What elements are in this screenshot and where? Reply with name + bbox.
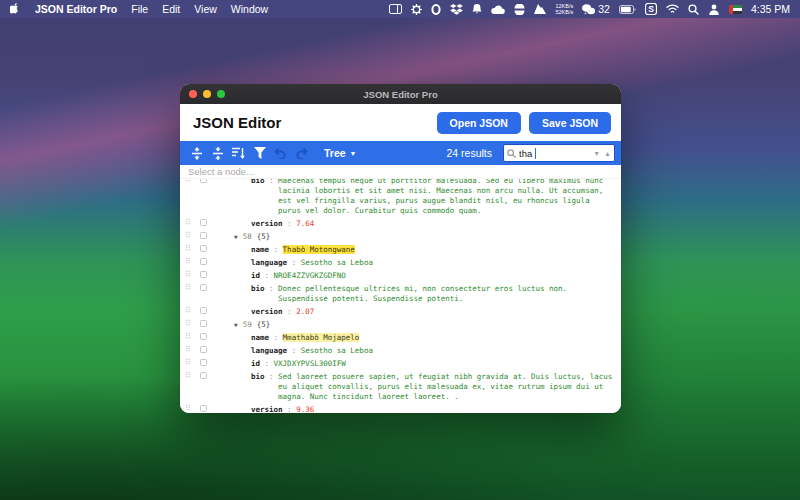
property-key[interactable]: language [251,258,287,268]
property-key[interactable]: version [251,219,283,229]
property-key[interactable]: bio [251,372,265,402]
sort-icon[interactable] [230,145,247,162]
input-language-flag-icon[interactable] [729,5,742,14]
apple-menu-icon[interactable] [10,2,21,16]
tree-property-row[interactable]: ⠿version : 7.64 [180,217,621,230]
row-checkbox[interactable] [200,258,207,265]
property-value[interactable]: Sed laoreet posuere sapien, ut feugiat n… [278,372,613,402]
dropbox-icon[interactable] [450,2,463,16]
row-checkbox[interactable] [200,372,207,379]
property-value[interactable]: Mmathabò Mojapelo [283,333,613,343]
drag-handle-icon[interactable]: ⠿ [185,405,191,413]
drag-handle-icon[interactable]: ⠿ [185,284,191,292]
expand-all-icon[interactable] [188,145,205,162]
property-value[interactable]: Maecenas tempus neque ut porttitor males… [278,179,613,216]
menu-view[interactable]: View [194,3,217,15]
property-value[interactable]: Donec pellentesque ultrices mi, non cons… [278,284,613,304]
window-titlebar[interactable]: JSON Editor Pro [180,84,621,104]
bell-icon[interactable] [472,2,482,16]
drag-handle-icon[interactable]: ⠿ [185,372,191,380]
filter-icon[interactable] [251,145,268,162]
row-checkbox[interactable] [200,284,207,291]
circle-app-icon[interactable] [431,2,441,16]
property-value[interactable]: Sesotho sa Leboa [301,346,613,356]
user-switch-icon[interactable] [708,2,720,16]
drag-handle-icon[interactable]: ⠿ [185,271,191,279]
mountain-icon[interactable] [534,2,546,16]
drag-handle-icon[interactable]: ⠿ [185,320,191,328]
property-key[interactable]: version [251,307,283,317]
drag-handle-icon[interactable]: ⠿ [185,359,191,367]
row-checkbox[interactable] [200,179,207,183]
spotlight-search-icon[interactable] [688,2,699,16]
wifi-icon[interactable] [666,2,679,16]
row-checkbox[interactable] [200,307,207,314]
property-value[interactable]: Thabò Motongwane [283,245,613,255]
property-value[interactable]: 2.07 [296,307,613,317]
property-value[interactable]: Sesotho sa Leboa [301,258,613,268]
search-next-icon[interactable]: ▼ [593,150,600,157]
property-key[interactable]: language [251,346,287,356]
save-json-button[interactable]: Save JSON [529,112,611,134]
row-checkbox[interactable] [200,245,207,252]
tree-property-row[interactable]: ⠿version : 2.07 [180,305,621,318]
row-checkbox[interactable] [200,405,207,412]
drag-handle-icon[interactable]: ⠿ [185,232,191,240]
row-checkbox[interactable] [200,320,207,327]
tree-property-row[interactable]: ⠿language : Sesotho sa Leboa [180,344,621,357]
property-key[interactable]: id [251,359,260,369]
property-key[interactable]: id [251,271,260,281]
redo-icon[interactable] [293,145,310,162]
property-value[interactable]: 7.64 [296,219,613,229]
menu-window[interactable]: Window [231,3,268,15]
drag-handle-icon[interactable]: ⠿ [185,245,191,253]
wechat-menubar-item[interactable]: 32 [582,2,610,16]
split-circle-icon[interactable] [514,2,525,16]
search-prev-icon[interactable]: ▲ [604,150,611,157]
expand-triangle-icon[interactable]: ▼ [234,320,238,330]
drag-handle-icon[interactable]: ⠿ [185,307,191,315]
property-value[interactable]: NROE4ZZVGKZGDFNO [274,271,613,281]
tree-property-row[interactable]: ⠿version : 9.36 [180,403,621,413]
tree-property-row[interactable]: ⠿bio : Donec pellentesque ultrices mi, n… [180,282,621,305]
row-checkbox[interactable] [200,232,207,239]
battery-icon[interactable] [619,2,636,16]
drag-handle-icon[interactable]: ⠿ [185,346,191,354]
node-toggle[interactable]: ▼58{5} [234,232,270,242]
network-speed-indicator[interactable]: 12KB/s 52KB/s [555,3,573,15]
property-value[interactable]: 9.36 [296,405,613,414]
tree-property-row[interactable]: ⠿bio : Maecenas tempus neque ut porttito… [180,179,621,217]
node-path-bar[interactable]: Select a node... [180,165,621,179]
search-input[interactable]: tha ▼ ▲ [503,144,615,162]
drag-handle-icon[interactable]: ⠿ [185,179,191,184]
undo-icon[interactable] [272,145,289,162]
s-app-icon[interactable]: S [645,2,657,16]
menubar-clock[interactable]: 4:35 PM [751,3,790,15]
tree-property-row[interactable]: ⠿bio : Sed laoreet posuere sapien, ut fe… [180,370,621,403]
node-toggle[interactable]: ▼59{5} [234,320,270,330]
row-checkbox[interactable] [200,333,207,340]
property-key[interactable]: name [251,333,269,343]
drag-handle-icon[interactable]: ⠿ [185,219,191,227]
property-key[interactable]: bio [251,284,265,304]
property-value[interactable]: VXJDXYPVSL300IFW [274,359,613,369]
gear-icon[interactable] [411,2,422,16]
cloud-icon[interactable] [491,2,505,16]
tree-property-row[interactable]: ⠿id : VXJDXYPVSL300IFW [180,357,621,370]
tree-node-row[interactable]: ⠿▼59{5} [180,318,621,331]
tree-property-row[interactable]: ⠿language : Sesotho sa Leboa [180,256,621,269]
drag-handle-icon[interactable]: ⠿ [185,258,191,266]
menu-file[interactable]: File [131,3,148,15]
row-checkbox[interactable] [200,271,207,278]
tree-property-row[interactable]: ⠿id : NROE4ZZVGKZGDFNO [180,269,621,282]
row-checkbox[interactable] [200,219,207,226]
menubar-app-name[interactable]: JSON Editor Pro [35,3,117,15]
expand-triangle-icon[interactable]: ▼ [234,232,238,242]
view-mode-dropdown[interactable]: Tree ▼ [324,147,357,159]
row-checkbox[interactable] [200,359,207,366]
property-key[interactable]: name [251,245,269,255]
property-key[interactable]: bio [251,179,265,216]
collapse-all-icon[interactable] [209,145,226,162]
property-key[interactable]: version [251,405,283,414]
open-json-button[interactable]: Open JSON [437,112,521,134]
